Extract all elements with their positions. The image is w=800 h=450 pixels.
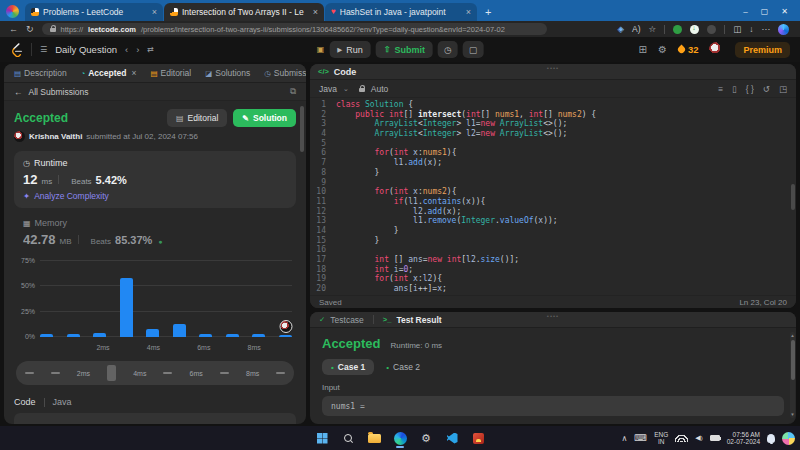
- analyze-complexity-link[interactable]: ✦ Analyze Complexity: [23, 191, 287, 201]
- notification-bell-icon[interactable]: [767, 434, 775, 443]
- tab-close-icon[interactable]: ×: [152, 7, 157, 17]
- drag-handle[interactable]: ••••: [547, 313, 559, 319]
- tab-accepted[interactable]: ◔ Accepted ×: [78, 68, 140, 78]
- notes-button[interactable]: ▢: [463, 41, 484, 58]
- brush-tick: [163, 372, 172, 374]
- scroll-up-icon[interactable]: ▲: [790, 333, 795, 338]
- file-explorer-icon[interactable]: [366, 428, 382, 448]
- leetcode-logo[interactable]: [10, 42, 23, 57]
- tab-submissions[interactable]: ◷ Submissions: [261, 68, 306, 78]
- daily-question-label[interactable]: Daily Question: [55, 44, 117, 55]
- search-icon[interactable]: [340, 428, 356, 448]
- browser-tab-intersection[interactable]: Intersection of Two Arrays II - Le ×: [164, 3, 324, 21]
- browser-profile-avatar[interactable]: [6, 5, 19, 18]
- scrollbar[interactable]: ▲ ▼: [790, 332, 795, 418]
- extension-icon[interactable]: [673, 25, 682, 34]
- widgets-icon[interactable]: [782, 432, 795, 445]
- author-avatar[interactable]: [14, 131, 25, 142]
- runtime-card[interactable]: ◷ Runtime 12 ms Beats 5.42% ✦ Analyze Co…: [14, 151, 296, 208]
- auto-label[interactable]: Auto: [371, 84, 389, 94]
- taskbar-clock[interactable]: 07:56 AM 02-07-2024: [727, 431, 760, 446]
- next-problem-icon[interactable]: ›: [136, 44, 139, 55]
- vscode-icon[interactable]: [444, 428, 460, 448]
- favorites-star-icon[interactable]: ☆: [649, 24, 657, 34]
- minimize-button[interactable]: –: [743, 7, 747, 16]
- extension-download-icon[interactable]: [690, 25, 699, 34]
- memory-block[interactable]: ▦ Memory 42.78 MB Beats 85.37% ●: [14, 218, 296, 247]
- braces-icon[interactable]: { }: [746, 84, 754, 94]
- battery-icon[interactable]: [710, 435, 720, 441]
- back-icon[interactable]: ←: [9, 24, 18, 34]
- tab-test-result[interactable]: Test Result: [396, 315, 441, 325]
- touch-keyboard-icon[interactable]: ⌨: [634, 433, 647, 443]
- debug-icon[interactable]: ▣: [317, 45, 325, 54]
- new-tab-button[interactable]: +: [485, 6, 491, 18]
- language-select[interactable]: Java: [319, 84, 337, 94]
- scroll-down-icon[interactable]: ▼: [790, 412, 795, 417]
- scrollbar-thumb[interactable]: [300, 106, 304, 152]
- wifi-icon[interactable]: [675, 434, 688, 442]
- streak-counter[interactable]: 32: [678, 44, 699, 55]
- tab-editorial[interactable]: ▤ Editorial: [147, 68, 194, 78]
- maximize-button[interactable]: ▢: [761, 7, 769, 16]
- volume-icon[interactable]: ◀): [695, 434, 702, 442]
- premium-button[interactable]: Premium: [735, 42, 790, 58]
- code-lines[interactable]: 1class Solution {2 public int[] intersec…: [310, 98, 796, 294]
- split-screen-icon[interactable]: ◫: [733, 24, 741, 34]
- read-aloud-icon[interactable]: A): [632, 24, 641, 34]
- tab-testcase[interactable]: Testcase: [330, 315, 364, 325]
- shuffle-icon[interactable]: ⇄: [147, 45, 154, 54]
- submit-button[interactable]: ⇧ Submit: [376, 41, 433, 58]
- settings-gear-icon[interactable]: ⚙: [658, 44, 667, 55]
- bookmark-icon[interactable]: ▯: [732, 84, 737, 94]
- solution-button[interactable]: ✎ Solution: [233, 109, 296, 127]
- collections-icon[interactable]: ◈: [618, 24, 625, 34]
- prev-problem-icon[interactable]: ‹: [125, 44, 128, 55]
- start-button[interactable]: [314, 428, 330, 448]
- scrollbar-thumb[interactable]: [791, 340, 795, 380]
- testcase-input-field[interactable]: nums1 =: [322, 396, 784, 416]
- chart-range-brush[interactable]: 2ms4ms6ms8ms: [16, 361, 294, 385]
- refresh-icon[interactable]: ↻: [26, 24, 34, 34]
- more-menu-icon[interactable]: ⋯: [762, 24, 771, 34]
- drag-handle[interactable]: ••••: [547, 65, 559, 71]
- taskbar-tray: ∧ ⌨ ENG IN ◀) 07:56 AM 02-07-2024: [621, 426, 795, 450]
- url-bar[interactable]: https://leetcode.com/problems/intersecti…: [42, 23, 547, 35]
- run-button[interactable]: ▶ Run: [329, 41, 371, 58]
- all-submissions-label[interactable]: All Submissions: [29, 87, 89, 97]
- chevron-up-icon[interactable]: ∧: [621, 434, 627, 443]
- close-button[interactable]: ✕: [781, 7, 788, 16]
- author-name[interactable]: Krishna Vaithi: [29, 132, 82, 141]
- edge-browser-icon[interactable]: [392, 428, 408, 448]
- share-icon[interactable]: ⧉: [290, 86, 296, 97]
- tab-close-icon[interactable]: ×: [313, 7, 318, 17]
- extension-icon[interactable]: [707, 25, 716, 34]
- problem-panel: ▤ Description ◔ Accepted × ▤ Editorial ◪…: [4, 64, 306, 424]
- layout-grid-icon[interactable]: ⊞: [639, 44, 647, 55]
- brush-handle[interactable]: [107, 365, 116, 381]
- settings-gear-icon[interactable]: ⚙: [418, 428, 434, 448]
- case-tab[interactable]: •Case 2: [386, 362, 420, 372]
- y-axis-label: 0%: [14, 333, 35, 340]
- expand-icon[interactable]: ◳: [779, 84, 787, 94]
- tab-close-icon[interactable]: ×: [466, 7, 471, 17]
- browser-tab-hashset[interactable]: ♥ HashSet in Java - javatpoint ×: [325, 3, 477, 21]
- case-tab[interactable]: •Case 1: [322, 359, 374, 375]
- user-avatar[interactable]: [709, 42, 724, 57]
- copilot-icon[interactable]: [778, 24, 789, 35]
- app-icon[interactable]: [470, 428, 486, 448]
- scrollbar-thumb[interactable]: [791, 184, 795, 210]
- browser-tab-problems[interactable]: Problems - LeetCode ×: [25, 3, 163, 21]
- language-indicator[interactable]: ENG IN: [654, 431, 668, 445]
- format-icon[interactable]: ≡: [718, 84, 723, 94]
- tab-description[interactable]: ▤ Description: [11, 68, 70, 78]
- editorial-button[interactable]: ▤ Editorial: [167, 109, 227, 127]
- back-icon[interactable]: ←: [14, 87, 23, 97]
- problem-list-icon[interactable]: ☰: [40, 45, 47, 54]
- tab-solutions[interactable]: ◪ Solutions: [202, 68, 253, 78]
- timer-button[interactable]: ◷: [438, 41, 458, 58]
- url-host: leetcode.com: [88, 25, 136, 34]
- downloads-icon[interactable]: ↓: [749, 24, 753, 34]
- reset-icon[interactable]: ↺: [763, 84, 770, 94]
- close-tab-icon[interactable]: ×: [131, 68, 136, 78]
